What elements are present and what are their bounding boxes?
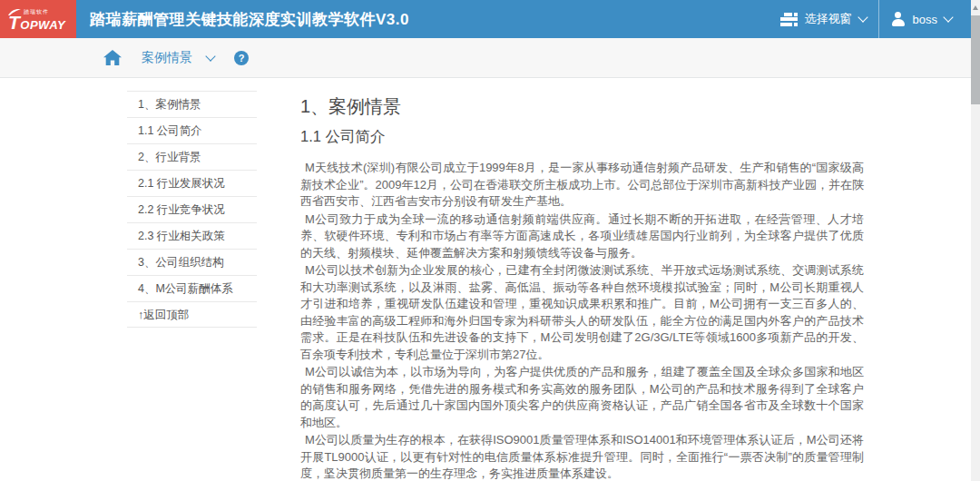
paragraph: M公司以技术创新为企业发展的核心，已建有全封闭微波测试系统、半开放式远场测试系统… — [300, 262, 864, 363]
username: boss — [913, 13, 937, 26]
chevron-down-icon[interactable] — [205, 51, 215, 61]
logo-subtext: 踏瑞软件 — [24, 8, 49, 15]
section-sidebar: 1、案例情景 1.1 公司简介 2、行业背景 2.1 行业发展状况 2.2 行业… — [127, 91, 257, 328]
sidebar-item-back-to-top[interactable]: ↑返回顶部 — [127, 301, 257, 328]
app-title: 踏瑞薪酬管理关键技能深度实训教学软件V3.0 — [90, 9, 409, 30]
window-selector-menu[interactable]: 选择视窗 — [769, 0, 878, 38]
user-menu[interactable]: boss — [879, 0, 964, 38]
secondary-toolbar: 案例情景 ? — [0, 38, 980, 78]
sidebar-item-salary-system[interactable]: 4、M公司薪酬体系 — [127, 275, 257, 301]
logo-brand: TOPWAY — [8, 15, 76, 32]
sidebar-item-industry-policy[interactable]: 2.3 行业相关政策 — [127, 222, 257, 249]
sidebar-item-industry-comp[interactable]: 2.2 行业竞争状况 — [127, 196, 257, 222]
topway-logo[interactable]: 踏瑞软件 TOPWAY — [0, 0, 76, 38]
paragraph: M天线技术(深圳)有限公司成立于1999年8月，是一家从事移动通信射频产品研发、… — [300, 160, 864, 211]
sidebar-item-case-scenario[interactable]: 1、案例情景 — [127, 91, 257, 117]
paragraph: M公司以诚信为本，以市场为导向，为客户提供优质的产品和服务，组建了覆盖全国及全球… — [300, 364, 864, 431]
vertical-scrollbar[interactable] — [971, 0, 980, 481]
app-header: 踏瑞软件 TOPWAY 踏瑞薪酬管理关键技能深度实训教学软件V3.0 选择视窗 … — [0, 0, 980, 38]
window-selector-label: 选择视窗 — [805, 11, 852, 27]
home-icon[interactable] — [103, 50, 122, 65]
article: 1、案例情景 1.1 公司简介 M天线技术(深圳)有限公司成立于1999年8月，… — [300, 93, 864, 481]
sidebar-item-industry-bg[interactable]: 2、行业背景 — [127, 143, 257, 170]
tab-case-scenario[interactable]: 案例情景 — [142, 50, 192, 66]
paragraph: M公司致力于成为全球一流的移动通信射频前端供应商。通过长期不断的开拓进取，在经营… — [300, 211, 864, 262]
scroll-up-arrow-icon[interactable] — [971, 0, 980, 15]
question-mark-icon[interactable]: ? — [234, 51, 249, 65]
chevron-down-icon — [858, 12, 867, 22]
user-icon — [891, 12, 906, 26]
windows-list-icon — [780, 13, 798, 26]
sidebar-item-org-structure[interactable]: 3、公司组织结构 — [127, 249, 257, 275]
sidebar-item-company-intro[interactable]: 1.1 公司简介 — [127, 117, 257, 143]
paragraph: M公司以质量为生存的根本，在获得ISO9001质量管理体系和ISO14001和环… — [300, 432, 864, 481]
scrollbar-thumb[interactable] — [971, 15, 980, 104]
page-title: 1、案例情景 — [300, 93, 864, 120]
chevron-down-icon — [943, 12, 953, 22]
sidebar-item-industry-dev[interactable]: 2.1 行业发展状况 — [127, 170, 257, 196]
content-area: 1、案例情景 1.1 公司简介 2、行业背景 2.1 行业发展状况 2.2 行业… — [0, 78, 980, 481]
section-title: 1.1 公司简介 — [300, 125, 864, 147]
